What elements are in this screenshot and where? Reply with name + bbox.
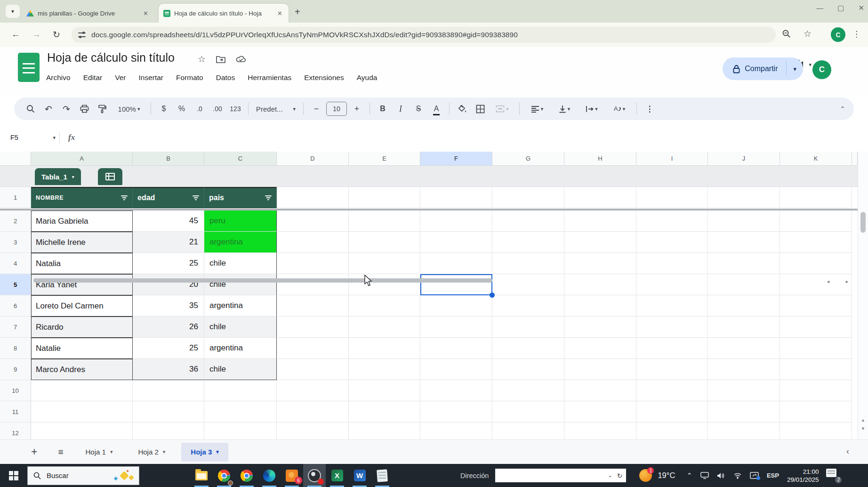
toolbar-more-icon[interactable]: ⋮: [642, 101, 658, 117]
column-header-G[interactable]: G: [492, 152, 564, 166]
cell-F8[interactable]: [420, 338, 492, 359]
taskbar-app-chrome[interactable]: [235, 464, 258, 487]
cell-I6[interactable]: [636, 295, 708, 317]
table-name-chip[interactable]: Tabla_1▾: [35, 168, 81, 185]
cell-B7[interactable]: 26: [133, 317, 204, 338]
cell-F4[interactable]: [420, 253, 492, 274]
filter-icon[interactable]: [265, 195, 272, 201]
cell-F9[interactable]: [420, 359, 492, 380]
share-button[interactable]: Compartir: [723, 65, 786, 73]
selected-cell-F5[interactable]: [420, 274, 492, 295]
row-header-5[interactable]: 5: [0, 274, 31, 295]
share-options-arrow[interactable]: ▾: [787, 65, 803, 73]
cell-H11[interactable]: [564, 401, 636, 422]
cell-I12[interactable]: [636, 422, 708, 439]
cell-H4[interactable]: [564, 253, 636, 274]
cell-E12[interactable]: [349, 422, 420, 439]
cell-H6[interactable]: [564, 295, 636, 317]
cell-K8[interactable]: [780, 338, 852, 359]
bold-button[interactable]: B: [375, 101, 391, 117]
cell-A6[interactable]: Loreto Del Carmen: [31, 295, 133, 317]
font-size-input[interactable]: 10: [326, 102, 347, 116]
table-grid-icon-chip[interactable]: [98, 168, 122, 185]
cell-J10[interactable]: [708, 380, 780, 401]
cell-F6[interactable]: [420, 295, 492, 317]
menu-formato[interactable]: Formato: [176, 73, 203, 82]
sheet-tab-hoja-3[interactable]: Hoja 3▾: [181, 443, 228, 462]
increase-font-size-button[interactable]: +: [349, 101, 365, 117]
italic-button[interactable]: I: [393, 101, 409, 117]
paint-format-button[interactable]: [94, 101, 110, 117]
scroll-right-icon[interactable]: ►: [845, 279, 849, 284]
add-sheet-button[interactable]: +: [31, 446, 37, 458]
weather-widget[interactable]: 1 19°C: [639, 469, 675, 482]
frozen-row-divider[interactable]: [0, 209, 858, 211]
cell-F10[interactable]: [420, 380, 492, 401]
cell-I10[interactable]: [636, 380, 708, 401]
cell-D9[interactable]: [277, 359, 349, 380]
cell-K1[interactable]: [780, 187, 852, 208]
merge-cells-button[interactable]: ▾: [490, 101, 514, 117]
horizontal-align-button[interactable]: ▾: [524, 101, 550, 117]
filter-icon[interactable]: [121, 195, 128, 201]
forward-button[interactable]: →: [32, 29, 41, 40]
cell-C9[interactable]: chile: [204, 359, 277, 380]
grid-corner-cell[interactable]: [0, 152, 31, 166]
address-bar[interactable]: docs.google.com/spreadsheets/d/1Lv5dzPPU…: [72, 27, 776, 43]
format-currency-button[interactable]: $: [156, 101, 172, 117]
column-header-partial[interactable]: [852, 152, 858, 166]
sheet-scroll-left-icon[interactable]: ‹: [846, 446, 849, 456]
cell-E2[interactable]: [349, 211, 420, 232]
menu-insertar[interactable]: Insertar: [138, 73, 163, 82]
cell-K4[interactable]: [780, 253, 852, 274]
row-header-11[interactable]: 11: [0, 401, 31, 422]
toolbar-search-icon[interactable]: [23, 101, 39, 117]
cell-A8[interactable]: Natalie: [31, 338, 133, 359]
cell-B11[interactable]: [133, 401, 204, 422]
cell-D6[interactable]: [277, 295, 349, 317]
undo-button[interactable]: ↶: [40, 101, 56, 117]
clock[interactable]: 21:00 29/01/2025: [787, 468, 819, 484]
cell-E5[interactable]: [349, 274, 420, 295]
filter-icon[interactable]: [193, 195, 199, 201]
cell-C8[interactable]: argentina: [204, 338, 277, 359]
column-header-C[interactable]: C: [204, 152, 277, 166]
cell-C2[interactable]: peru: [204, 211, 277, 232]
font-select[interactable]: Predet... ▾: [253, 101, 298, 117]
column-header-J[interactable]: J: [708, 152, 780, 166]
cell-B2[interactable]: 45: [133, 211, 204, 232]
number-format-button[interactable]: 123: [227, 101, 243, 117]
fill-color-button[interactable]: [454, 101, 470, 117]
menu-herramientas[interactable]: Herramientas: [248, 73, 291, 82]
vertical-align-button[interactable]: ▾: [552, 101, 577, 117]
cell-C10[interactable]: [204, 380, 277, 401]
bookmark-star-icon[interactable]: ☆: [804, 28, 812, 39]
cell-G6[interactable]: [492, 295, 564, 317]
star-document-icon[interactable]: ☆: [198, 54, 206, 65]
fill-handle[interactable]: [490, 292, 495, 298]
sheet-tab-hoja-2[interactable]: Hoja 2▾: [129, 443, 175, 462]
taskbar-app-chrome-profile[interactable]: [213, 464, 235, 487]
horizontal-scrollbar-thumb[interactable]: [33, 278, 492, 283]
cell-A11[interactable]: [31, 401, 133, 422]
taskbar-app-notepad[interactable]: [371, 464, 394, 487]
cell-A4[interactable]: Natalia: [31, 253, 133, 274]
cell-D11[interactable]: [277, 401, 349, 422]
menu-ayuda[interactable]: Ayuda: [357, 73, 378, 82]
row-header-3[interactable]: 3: [0, 232, 31, 253]
cell-H5[interactable]: [564, 274, 636, 295]
row-header-7[interactable]: 7: [0, 317, 31, 338]
cell-I3[interactable]: [636, 232, 708, 253]
cloud-saved-icon[interactable]: [236, 56, 246, 63]
browser-tab-drive[interactable]: mis planillas - Google Drive ✕: [22, 4, 154, 23]
cell-A3[interactable]: Michelle Irene: [31, 232, 133, 253]
column-header-B[interactable]: B: [133, 152, 204, 166]
cell-D10[interactable]: [277, 380, 349, 401]
cell-B5[interactable]: 20: [133, 274, 204, 295]
document-title[interactable]: Hoja de cálculo sin título: [47, 51, 175, 65]
text-wrap-button[interactable]: ▾: [579, 101, 604, 117]
row-header-8[interactable]: 8: [0, 338, 31, 359]
cell-H3[interactable]: [564, 232, 636, 253]
row-header-6[interactable]: 6: [0, 295, 31, 317]
cell-J3[interactable]: [708, 232, 780, 253]
